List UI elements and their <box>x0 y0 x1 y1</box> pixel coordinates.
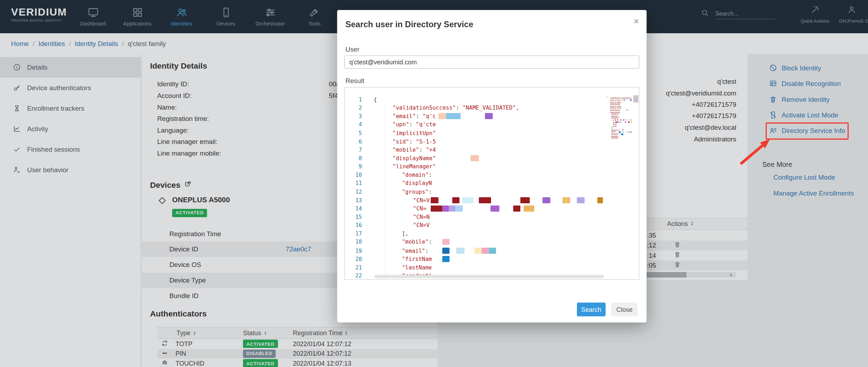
line-number: 16 <box>345 222 373 228</box>
directory-service-modal: Search user in Directory Service × User … <box>337 10 646 322</box>
line-number: 17 <box>345 231 373 237</box>
code-lines: 1{2"validationSuccess": "NAME_VALIDATED"… <box>345 95 639 280</box>
redaction-block <box>543 197 550 203</box>
line-number: 4 <box>345 122 373 128</box>
redaction-block <box>520 197 530 203</box>
user-field-label: User <box>346 45 360 53</box>
redaction-block <box>474 247 482 254</box>
line-number: 18 <box>345 239 373 245</box>
result-code-editor[interactable]: 1{2"validationSuccess": "NAME_VALIDATED"… <box>344 87 639 280</box>
application-root: VERIDIUM TRUSTED DIGITAL IDENTITY Dashbo… <box>0 0 868 367</box>
redaction-block <box>491 205 500 211</box>
editor-minimap <box>607 95 632 145</box>
code-line: 13"CN=V <box>345 196 639 204</box>
annotation-arrow <box>735 135 774 168</box>
redaction-block <box>513 205 520 211</box>
redaction-block <box>452 197 459 203</box>
redaction-block <box>524 205 535 211</box>
code-line: 20"firstNam <box>345 255 639 263</box>
code-line: 14"CN= <box>345 204 639 213</box>
line-number: 21 <box>345 264 373 270</box>
code-line: 19"email": <box>345 246 639 255</box>
redaction-block <box>597 197 603 203</box>
code-line: 8"displayName" <box>345 154 639 163</box>
line-number: 13 <box>345 197 373 203</box>
code-line: 2"validationSuccess": "NAME_VALIDATED", <box>345 104 639 112</box>
result-label: Result <box>346 77 364 85</box>
redaction-block <box>577 197 585 203</box>
code-line: 7"mobile": "+4 <box>345 146 639 154</box>
line-number: 5 <box>345 130 373 136</box>
redaction-block <box>446 113 461 119</box>
redaction-block <box>431 197 438 203</box>
code-line: 6"sid": "S-1-5 <box>345 137 639 146</box>
line-number: 14 <box>345 205 373 211</box>
line-number: 2 <box>345 105 373 111</box>
code-line: 3"email": "q'c <box>345 112 639 121</box>
redaction-block <box>442 239 449 245</box>
redaction-block <box>482 247 489 254</box>
line-number: 9 <box>345 164 373 170</box>
redaction-block <box>442 256 449 262</box>
user-input[interactable] <box>344 56 639 69</box>
line-number: 7 <box>345 147 373 153</box>
redaction-block <box>442 247 449 254</box>
code-line: 1{ <box>345 95 639 104</box>
line-number: 3 <box>345 113 373 119</box>
line-number: 20 <box>345 256 373 262</box>
redaction-block <box>442 205 449 211</box>
redaction-block <box>456 205 463 211</box>
redaction-block <box>439 113 447 119</box>
code-line: 18"mobile": <box>345 238 639 246</box>
code-line: 11"displayN <box>345 179 639 188</box>
annotation-highlight-box <box>766 122 849 140</box>
line-number: 8 <box>345 155 373 161</box>
redaction-block <box>485 113 493 119</box>
line-number: 6 <box>345 138 373 144</box>
line-number: 11 <box>345 180 373 186</box>
code-line: 16"CN=V <box>345 221 639 229</box>
line-number: 19 <box>345 247 373 254</box>
code-line: 12"groups": <box>345 188 639 196</box>
line-number: 10 <box>345 172 373 178</box>
editor-vertical-scrollbar[interactable] <box>633 95 638 103</box>
redaction-block <box>471 155 479 161</box>
close-icon[interactable]: × <box>634 17 639 26</box>
code-line: 21"lastName <box>345 263 639 272</box>
redaction-block <box>456 247 465 254</box>
redaction-block <box>489 247 496 254</box>
redaction-block <box>479 197 491 203</box>
modal-title: Search user in Directory Service <box>346 19 473 29</box>
search-button[interactable]: Search <box>577 303 606 316</box>
line-number: 22 <box>345 273 373 279</box>
redaction-block <box>449 205 456 211</box>
code-line: 4"upn": "q'cte <box>345 121 639 129</box>
editor-horizontal-scrollbar[interactable] <box>374 275 604 278</box>
redaction-block <box>462 197 473 203</box>
redaction-block <box>562 197 570 203</box>
close-button[interactable]: Close <box>611 303 638 316</box>
code-line: 15"CN=N <box>345 213 639 221</box>
code-line: 5"implicitUpn" <box>345 129 639 137</box>
code-line: 17], <box>345 229 639 238</box>
line-number: 12 <box>345 189 373 195</box>
line-number: 15 <box>345 214 373 220</box>
code-line: 9"lineManager" <box>345 162 639 171</box>
redaction-block <box>431 205 442 211</box>
line-number: 1 <box>345 97 373 103</box>
code-line: 10"domain": <box>345 171 639 179</box>
